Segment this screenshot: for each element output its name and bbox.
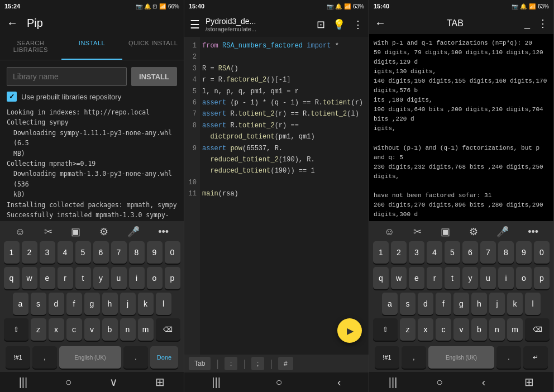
key3-t[interactable]: t <box>445 267 460 289</box>
key3-4[interactable]: 4 <box>427 241 442 264</box>
key-period[interactable]: . <box>123 346 148 369</box>
colon-btn[interactable]: : <box>225 357 237 370</box>
key3-9[interactable]: 9 <box>516 241 532 264</box>
tab-quick-install[interactable]: QUICK INSTALL <box>122 34 184 60</box>
key3-m[interactable]: m <box>507 318 523 341</box>
key-x[interactable]: x <box>49 318 64 341</box>
code-area[interactable]: 1234567891011 from RSA_numbers_factored … <box>184 37 369 355</box>
key-shift[interactable]: ⇧ <box>4 318 28 341</box>
key3-a[interactable]: a <box>382 293 398 315</box>
key-1[interactable]: 1 <box>4 241 20 264</box>
key3-f[interactable]: f <box>436 293 451 315</box>
prebuilt-checkbox[interactable] <box>7 92 17 102</box>
key-n[interactable]: n <box>120 318 136 341</box>
key3-y[interactable]: y <box>462 267 478 289</box>
key3-l[interactable]: l <box>525 293 541 315</box>
key3-enter[interactable]: ↵ <box>523 346 548 369</box>
code-lines[interactable]: from RSA_numbers_factored import * R = R… <box>200 37 369 355</box>
hash-btn[interactable]: # <box>278 357 293 370</box>
nav-home-icon[interactable]: ○ <box>65 376 72 389</box>
key3-o[interactable]: o <box>516 267 532 289</box>
key3-j[interactable]: j <box>489 293 505 315</box>
key3-d[interactable]: d <box>418 293 433 315</box>
key3-w[interactable]: w <box>391 267 407 289</box>
nav-home-3[interactable]: ○ <box>436 376 443 389</box>
key-backspace[interactable]: ⌫ <box>156 318 180 341</box>
key-a[interactable]: a <box>13 293 28 315</box>
key-u[interactable]: u <box>111 267 127 289</box>
tab-install[interactable]: INSTALL <box>61 34 123 60</box>
key-h[interactable]: h <box>102 293 118 315</box>
nav-back-icon[interactable]: ∨ <box>109 375 118 389</box>
key3-z[interactable]: z <box>400 318 416 341</box>
library-name-input[interactable] <box>7 67 127 86</box>
key-4[interactable]: 4 <box>58 241 73 264</box>
key-b[interactable]: b <box>102 318 118 341</box>
key3-6[interactable]: 6 <box>462 241 478 264</box>
key3-e[interactable]: e <box>409 267 424 289</box>
key-0[interactable]: 0 <box>165 241 180 264</box>
bulb-icon[interactable]: 💡 <box>333 18 345 31</box>
key-3[interactable]: 3 <box>40 241 55 264</box>
layout-icon[interactable]: ▣ <box>71 226 80 238</box>
key-space[interactable]: English (UK) <box>59 346 121 369</box>
key-f[interactable]: f <box>66 293 82 315</box>
minimize-icon[interactable]: _ <box>524 17 530 30</box>
key3-s[interactable]: s <box>400 293 416 315</box>
key-s[interactable]: s <box>31 293 46 315</box>
key3-8[interactable]: 8 <box>498 241 514 264</box>
key3-n[interactable]: n <box>489 318 505 341</box>
key3-comma[interactable]: , <box>402 346 426 369</box>
output-content[interactable]: with p-1 and q-1 factorizations (n=p*q):… <box>369 34 553 221</box>
hamburger-icon[interactable]: ☰ <box>190 18 200 31</box>
key-sym[interactable]: !#1 <box>6 346 30 369</box>
key-k[interactable]: k <box>138 293 154 315</box>
more-vert-icon[interactable]: ⋮ <box>353 18 363 31</box>
key3-i[interactable]: i <box>498 267 514 289</box>
key3-2[interactable]: 2 <box>391 241 407 264</box>
nav-back-3[interactable]: ‹ <box>482 376 486 389</box>
key-e[interactable]: e <box>40 267 55 289</box>
key3-space[interactable]: English (UK) <box>428 346 494 369</box>
key3-sym[interactable]: !#1 <box>375 346 399 369</box>
settings-icon-3[interactable]: ⚙ <box>469 226 478 238</box>
key-j[interactable]: j <box>120 293 136 315</box>
nav-menu-2[interactable]: ||| <box>212 376 221 389</box>
install-button[interactable]: INSTALL <box>131 67 177 86</box>
key-o[interactable]: o <box>147 267 163 289</box>
key3-period[interactable]: . <box>496 346 521 369</box>
clipboard-icon[interactable]: ✂ <box>44 226 52 238</box>
mic-icon-3[interactable]: 🎤 <box>496 226 509 238</box>
key-7[interactable]: 7 <box>111 241 127 264</box>
key-d[interactable]: d <box>49 293 64 315</box>
key-c[interactable]: c <box>66 318 82 341</box>
key-i[interactable]: i <box>129 267 145 289</box>
key3-3[interactable]: 3 <box>409 241 424 264</box>
key-comma[interactable]: , <box>32 346 57 369</box>
key3-x[interactable]: x <box>418 318 433 341</box>
key3-p[interactable]: p <box>534 267 550 289</box>
key3-7[interactable]: 7 <box>480 241 496 264</box>
key-v[interactable]: v <box>84 318 100 341</box>
key-z[interactable]: z <box>31 318 46 341</box>
tab-btn[interactable]: Tab <box>189 357 211 370</box>
more-output-icon[interactable]: ⋮ <box>538 17 548 30</box>
layout-icon-3[interactable]: ▣ <box>441 226 450 238</box>
clipboard-icon-3[interactable]: ✂ <box>413 226 422 238</box>
more-icon-3[interactable]: ••• <box>528 226 538 238</box>
key-y[interactable]: y <box>93 267 109 289</box>
settings-icon[interactable]: ⚙ <box>99 226 108 238</box>
tab-search-libraries[interactable]: SEARCH LIBRARIES <box>0 34 61 60</box>
key-p[interactable]: p <box>165 267 180 289</box>
key3-0[interactable]: 0 <box>534 241 550 264</box>
key3-shift[interactable]: ⇧ <box>373 318 398 341</box>
nav-grid-icon[interactable]: ⊞ <box>155 375 165 389</box>
nav-menu-icon[interactable]: ||| <box>19 376 28 389</box>
key3-backspace[interactable]: ⌫ <box>525 318 550 341</box>
semicolon-btn[interactable]: ; <box>251 357 264 370</box>
key3-h[interactable]: h <box>471 293 487 315</box>
emoji-icon-3[interactable]: ☺ <box>384 226 394 238</box>
mic-icon[interactable]: 🎤 <box>127 226 140 238</box>
nav-back-2[interactable]: ‹ <box>337 376 341 389</box>
key3-g[interactable]: g <box>453 293 469 315</box>
